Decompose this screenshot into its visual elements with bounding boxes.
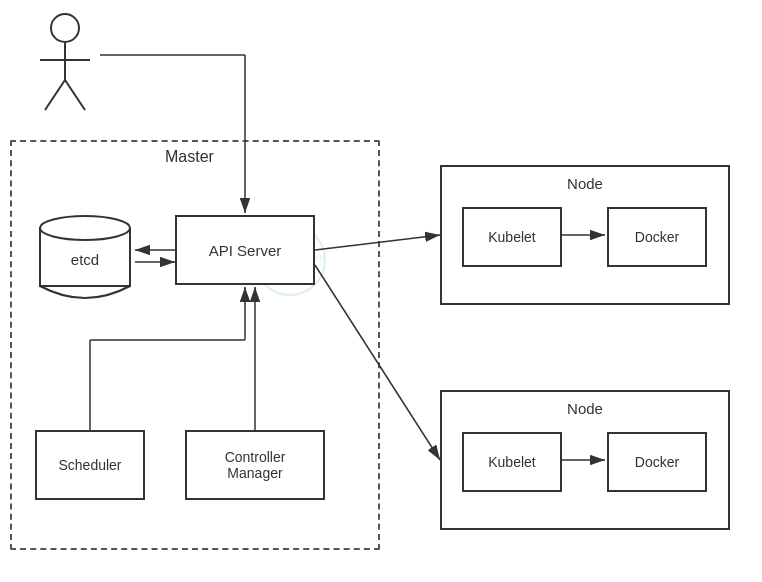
svg-point-0 <box>51 14 79 42</box>
scheduler-label: Scheduler <box>58 457 121 473</box>
svg-line-4 <box>65 80 85 110</box>
controller-manager-box: Controller Manager <box>185 430 325 500</box>
svg-line-3 <box>45 80 65 110</box>
controller-manager-label: Controller Manager <box>225 449 286 481</box>
diagram: Master API Server etcd Scheduler Control… <box>0 0 762 582</box>
api-server-label: API Server <box>209 242 282 259</box>
kubelet1-box: Kubelet <box>462 207 562 267</box>
docker2-box: Docker <box>607 432 707 492</box>
kubelet2-box: Kubelet <box>462 432 562 492</box>
api-server-box: API Server <box>175 215 315 285</box>
docker1-box: Docker <box>607 207 707 267</box>
scheduler-box: Scheduler <box>35 430 145 500</box>
node2-label: Node <box>442 400 728 417</box>
svg-point-6 <box>40 216 130 240</box>
node2-box: Node Kubelet Docker <box>440 390 730 530</box>
node1-label: Node <box>442 175 728 192</box>
docker1-label: Docker <box>635 229 679 245</box>
svg-text:etcd: etcd <box>71 251 99 268</box>
etcd-cylinder: etcd <box>35 210 135 300</box>
node1-box: Node Kubelet Docker <box>440 165 730 305</box>
etcd-wrap: etcd <box>35 210 135 304</box>
kubelet1-label: Kubelet <box>488 229 535 245</box>
master-label: Master <box>165 148 214 166</box>
person-figure <box>30 10 100 120</box>
kubelet2-label: Kubelet <box>488 454 535 470</box>
docker2-label: Docker <box>635 454 679 470</box>
